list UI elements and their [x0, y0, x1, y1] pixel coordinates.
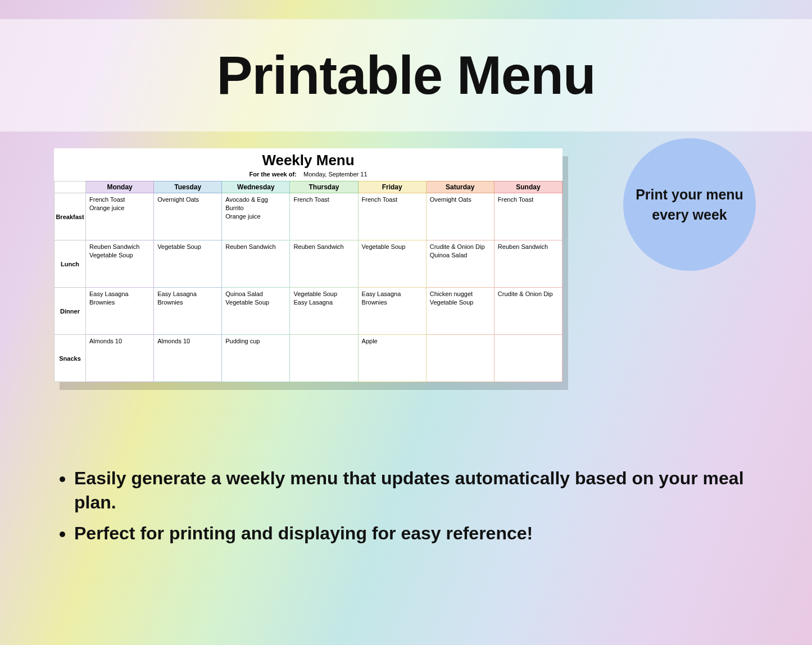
menu-cell: Reuben SandwichVegetable Soup	[86, 240, 154, 288]
menu-entry: Brownies	[157, 298, 218, 307]
day-header-tuesday: Tuesday	[154, 181, 222, 193]
row-label-snacks: Snacks	[55, 335, 86, 382]
menu-cell: French Toast	[494, 193, 562, 240]
menu-entry: Brownies	[362, 298, 423, 307]
menu-cell	[426, 335, 494, 382]
menu-entry: Quinoa Salad	[430, 251, 491, 260]
menu-entry: French Toast	[362, 196, 423, 204]
menu-cell: Overnight Oats	[154, 193, 222, 240]
menu-cell: Easy LasagnaBrownies	[154, 288, 222, 335]
menu-entry: Easy Lasagna	[293, 298, 354, 307]
menu-entry: Brownies	[89, 298, 150, 307]
menu-entry: Vegetable Soup	[362, 243, 423, 251]
menu-entry: Almonds 10	[157, 337, 218, 346]
menu-cell: Overnight Oats	[426, 193, 494, 240]
menu-cell: Crudite & Onion DipQuinoa Salad	[426, 240, 494, 288]
bullet-item: Perfect for printing and displaying for …	[74, 521, 761, 546]
menu-entry: Almonds 10	[89, 337, 150, 346]
header-strip: Printable Menu	[0, 19, 812, 131]
menu-table: Monday Tuesday Wednesday Thursday Friday…	[54, 181, 562, 382]
menu-entry: Orange juice	[225, 212, 286, 221]
menu-cell	[290, 335, 358, 382]
menu-cell: Quinoa SaladVegetable Soup	[222, 288, 290, 335]
menu-entry: Reuben Sandwich	[225, 243, 286, 251]
menu-cell: Apple	[358, 335, 426, 382]
menu-entry: Easy Lasagna	[157, 290, 218, 298]
menu-entry: Easy Lasagna	[362, 290, 423, 298]
menu-entry: Vegetable Soup	[293, 290, 354, 298]
day-header-thursday: Thursday	[290, 181, 358, 193]
empty-corner	[55, 181, 86, 193]
menu-entry: Vegetable Soup	[157, 243, 218, 251]
menu-entry: Quinoa Salad	[225, 290, 286, 298]
menu-cell: Reuben Sandwich	[222, 240, 290, 288]
day-header-monday: Monday	[86, 181, 154, 193]
menu-entry: French Toast	[293, 196, 354, 204]
menu-cell	[494, 335, 562, 382]
print-callout-badge: Print your menu every week	[623, 138, 756, 271]
weekly-menu-sheet: Weekly Menu For the week of: Monday, Sep…	[54, 148, 562, 382]
week-label: For the week of:	[249, 171, 296, 178]
menu-cell: Vegetable Soup	[358, 240, 426, 288]
menu-entry: Avocado & Egg Burrito	[225, 196, 286, 212]
day-header-wednesday: Wednesday	[222, 181, 290, 193]
menu-entry: Vegetable Soup	[225, 298, 286, 307]
week-value: Monday, September 11	[303, 171, 368, 178]
menu-cell: Avocado & Egg BurritoOrange juice	[222, 193, 290, 240]
sheet-title: Weekly Menu	[54, 148, 562, 169]
menu-cell: Reuben Sandwich	[290, 240, 358, 288]
menu-cell: Easy LasagnaBrownies	[358, 288, 426, 335]
day-header-saturday: Saturday	[426, 181, 494, 193]
menu-cell: Reuben Sandwich	[494, 240, 562, 288]
print-callout-text: Print your menu every week	[623, 184, 756, 225]
menu-entry: Vegetable Soup	[89, 251, 150, 260]
menu-entry: Reuben Sandwich	[293, 243, 354, 251]
menu-entry: Chicken nugget	[430, 290, 491, 298]
menu-cell: Vegetable SoupEasy Lasagna	[290, 288, 358, 335]
menu-entry: Apple	[362, 337, 423, 346]
bullet-item: Easily generate a weekly menu that updat…	[74, 466, 761, 515]
menu-cell: Almonds 10	[154, 335, 222, 382]
menu-cell: Easy LasagnaBrownies	[86, 288, 154, 335]
menu-entry: Crudite & Onion Dip	[430, 243, 491, 251]
menu-cell: Pudding cup	[222, 335, 290, 382]
menu-cell: French ToastOrange juice	[86, 193, 154, 240]
menu-cell: Chicken nuggetVegetable Soup	[426, 288, 494, 335]
menu-cell: French Toast	[290, 193, 358, 240]
menu-entry: French Toast	[498, 196, 559, 204]
row-label-dinner: Dinner	[55, 288, 86, 335]
sheet-subtitle: For the week of: Monday, September 11	[54, 169, 562, 181]
day-header-sunday: Sunday	[494, 181, 562, 193]
menu-entry: Pudding cup	[225, 337, 286, 346]
menu-entry: Overnight Oats	[157, 196, 218, 204]
feature-bullets: Easily generate a weekly menu that updat…	[51, 466, 761, 553]
menu-entry: Crudite & Onion Dip	[498, 290, 559, 298]
menu-cell: French Toast	[358, 193, 426, 240]
menu-entry: Overnight Oats	[430, 196, 491, 204]
menu-entry: Vegetable Soup	[430, 298, 491, 307]
menu-entry: Easy Lasagna	[89, 290, 150, 298]
menu-cell: Almonds 10	[86, 335, 154, 382]
menu-cell: Crudite & Onion Dip	[494, 288, 562, 335]
day-header-friday: Friday	[358, 181, 426, 193]
menu-cell: Vegetable Soup	[154, 240, 222, 288]
menu-entry: Reuben Sandwich	[89, 243, 150, 251]
menu-entry: Reuben Sandwich	[498, 243, 559, 251]
row-label-lunch: Lunch	[55, 240, 86, 288]
menu-entry: Orange juice	[89, 204, 150, 212]
page-title: Printable Menu	[216, 44, 595, 106]
row-label-breakfast: Breakfast	[55, 193, 86, 240]
menu-entry: French Toast	[89, 196, 150, 204]
